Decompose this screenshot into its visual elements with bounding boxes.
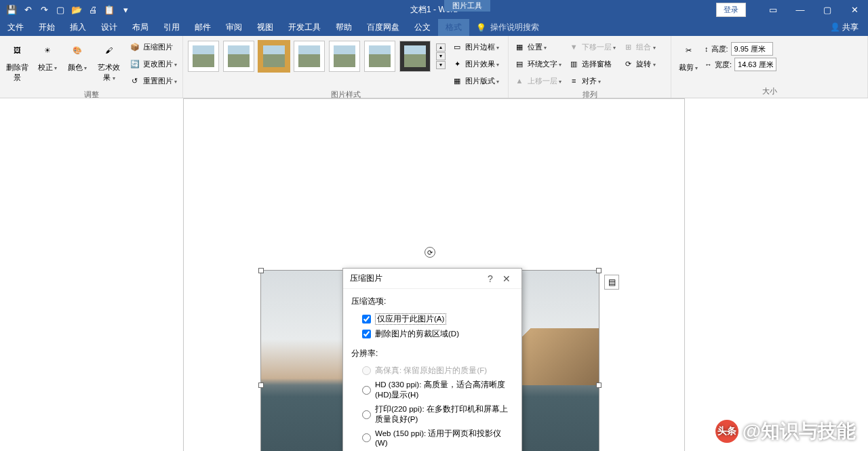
rotate-handle[interactable]: ⟳ xyxy=(425,247,435,258)
crop-button[interactable]: ✂裁剪 xyxy=(675,38,702,74)
tab-file[interactable]: 文件 xyxy=(0,19,31,36)
dialog-close-icon[interactable]: ✕ xyxy=(498,273,515,284)
resize-handle[interactable] xyxy=(258,268,264,273)
picture-border-button[interactable]: ▭图片边框 xyxy=(450,39,501,54)
compress-pictures-button[interactable]: 📦压缩图片 xyxy=(127,39,179,54)
reset-picture-button[interactable]: ↺重置图片 xyxy=(127,73,179,88)
height-input[interactable] xyxy=(731,42,773,56)
selection-pane-button[interactable]: ▥选择窗格 xyxy=(566,56,618,71)
style-thumb-5[interactable] xyxy=(329,41,360,72)
opt-delete-label: 删除图片的剪裁区域(D) xyxy=(375,329,459,339)
resize-handle[interactable] xyxy=(596,268,601,273)
open-icon[interactable]: 📂 xyxy=(69,2,84,17)
dialog-titlebar: 压缩图片 ? ✕ xyxy=(343,269,521,289)
layout-options-icon[interactable]: ▤ xyxy=(604,275,619,290)
rotate-icon: ⟳ xyxy=(623,58,633,69)
checkbox-input[interactable] xyxy=(362,315,371,323)
share-button[interactable]: 👤 共享 xyxy=(821,19,868,36)
height-icon: ↕ xyxy=(705,45,709,53)
corrections-label: 校正 xyxy=(38,62,57,73)
close-icon[interactable]: ✕ xyxy=(841,0,868,19)
picture-styles-gallery[interactable]: ▴▾▾ xyxy=(186,38,447,75)
checkbox-apply-only[interactable]: 仅应用于此图片(A) xyxy=(351,311,513,327)
group-icon: ⊞ xyxy=(623,41,633,52)
corrections-button[interactable]: ☀校正 xyxy=(34,38,61,74)
position-button[interactable]: ▦位置 xyxy=(512,39,564,54)
style-thumb-6[interactable] xyxy=(364,41,395,72)
tell-me[interactable]: 💡操作说明搜索 xyxy=(469,19,539,36)
width-field: ↔宽度: xyxy=(705,58,776,71)
radio-hd[interactable]: HD (330 ppi): 高质量，适合高清晰度(HD)显示(H) xyxy=(351,378,513,402)
border-label: 图片边框 xyxy=(465,42,499,52)
hifi-label: 高保真: 保留原始图片的质量(F) xyxy=(375,366,487,376)
style-thumb-4[interactable] xyxy=(294,41,325,72)
picture-effects-button[interactable]: ✦图片效果 xyxy=(450,56,501,71)
resize-handle[interactable] xyxy=(258,383,264,388)
color-button[interactable]: 🎨颜色 xyxy=(64,38,91,74)
width-label: 宽度: xyxy=(715,60,732,70)
width-input[interactable] xyxy=(734,58,776,71)
new-doc-icon[interactable]: ▢ xyxy=(53,2,68,17)
height-field: ↕高度: xyxy=(705,42,776,56)
checkbox-input[interactable] xyxy=(362,330,371,338)
checkbox-delete-cropped[interactable]: 删除图片的剪裁区域(D) xyxy=(351,327,513,341)
group-styles: ▴▾▾ ▭图片边框 ✦图片效果 ▦图片版式 图片样式 xyxy=(183,36,509,98)
group-adjust: 🖼删除背景 ☀校正 🎨颜色 🖌艺术效果 📦压缩图片 🔄更改图片 ↺重置图片 调整 xyxy=(0,36,183,98)
login-button[interactable]: 登录 xyxy=(716,3,746,17)
bring-forward-button[interactable]: ▲上移一层 xyxy=(512,73,564,88)
tab-view[interactable]: 视图 xyxy=(250,19,281,36)
wrap-text-button[interactable]: ▤环绕文字 xyxy=(512,56,564,71)
qat-more-icon[interactable]: ▾ xyxy=(118,2,133,17)
print-icon[interactable]: 🖨 xyxy=(85,2,100,17)
rotate-button[interactable]: ⟳旋转 xyxy=(620,56,657,71)
tab-review[interactable]: 审阅 xyxy=(218,19,250,36)
radio-print[interactable]: 打印(220 ppi): 在多数打印机和屏幕上质量良好(P) xyxy=(351,402,513,427)
tab-layout[interactable]: 布局 xyxy=(125,19,156,36)
dialog-help-icon[interactable]: ? xyxy=(482,273,498,284)
radio-input[interactable] xyxy=(362,433,371,442)
group-button[interactable]: ⊞组合 xyxy=(620,39,657,54)
style-thumb-1[interactable] xyxy=(188,41,219,72)
picture-layout-button[interactable]: ▦图片版式 xyxy=(450,73,501,88)
ribbon-options-icon[interactable]: ▭ xyxy=(760,0,787,19)
selection-icon: ▥ xyxy=(568,58,579,69)
paste-icon[interactable]: 📋 xyxy=(102,2,117,17)
print-label: 打印(220 ppi): 在多数打印机和屏幕上质量良好(P) xyxy=(375,404,513,425)
remove-background-button[interactable]: 🖼删除背景 xyxy=(3,38,31,84)
tab-help[interactable]: 帮助 xyxy=(328,19,359,36)
tab-references[interactable]: 引用 xyxy=(156,19,187,36)
lightbulb-icon: 💡 xyxy=(476,23,486,33)
radio-input[interactable] xyxy=(362,410,371,419)
tab-baidu[interactable]: 百度网盘 xyxy=(359,19,407,36)
radio-web[interactable]: Web (150 ppi): 适用于网页和投影仪(W) xyxy=(351,427,513,449)
tab-official[interactable]: 公文 xyxy=(407,19,438,36)
width-icon: ↔ xyxy=(705,60,712,68)
maximize-icon[interactable]: ▢ xyxy=(814,0,841,19)
align-button[interactable]: ≡对齐 xyxy=(566,73,618,88)
radio-input[interactable] xyxy=(362,386,371,395)
document-canvas[interactable]: ⟳ ▤ 压缩图片 ? ✕ 压缩选项: 仅应用于此图片(A) 删除图片的剪裁区域(… xyxy=(0,98,868,451)
tab-format[interactable]: 格式 xyxy=(438,19,469,36)
resize-handle[interactable] xyxy=(596,383,601,388)
dialog-body: 压缩选项: 仅应用于此图片(A) 删除图片的剪裁区域(D) 分辨率: 高保真: … xyxy=(343,289,521,451)
tab-developer[interactable]: 开发工具 xyxy=(281,19,328,36)
tab-design[interactable]: 设计 xyxy=(94,19,125,36)
undo-icon[interactable]: ↶ xyxy=(20,2,35,17)
style-thumb-7[interactable] xyxy=(399,41,431,72)
save-icon[interactable]: 💾 xyxy=(4,2,19,17)
minimize-icon[interactable]: — xyxy=(787,0,814,19)
tab-insert[interactable]: 插入 xyxy=(62,19,94,36)
tab-home[interactable]: 开始 xyxy=(31,19,62,36)
redo-icon[interactable]: ↷ xyxy=(37,2,52,17)
change-picture-button[interactable]: 🔄更改图片 xyxy=(127,56,179,71)
remove-bg-icon: 🖼 xyxy=(7,39,28,61)
gallery-more[interactable]: ▴▾▾ xyxy=(436,43,446,69)
tab-mailings[interactable]: 邮件 xyxy=(187,19,218,36)
send-backward-button[interactable]: ▼下移一层 xyxy=(566,39,618,54)
style-thumb-2[interactable] xyxy=(223,41,254,72)
forward-icon: ▲ xyxy=(514,75,525,86)
style-thumb-3[interactable] xyxy=(258,41,290,72)
artistic-effects-button[interactable]: 🖌艺术效果 xyxy=(94,38,125,84)
wrap-icon: ▤ xyxy=(514,58,525,69)
radio-hifi: 高保真: 保留原始图片的质量(F) xyxy=(351,364,513,378)
